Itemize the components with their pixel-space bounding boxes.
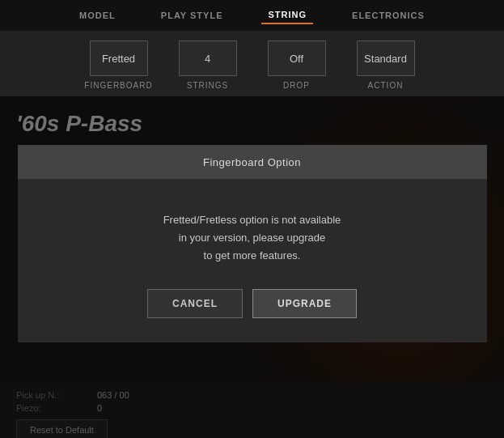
dialog-title: Fingerboard Option <box>203 156 301 168</box>
dialog-header: Fingerboard Option <box>18 145 487 179</box>
dialog-message-line1: Fretted/Fretless option is not available <box>163 214 341 226</box>
action-box[interactable]: Standard <box>357 40 415 76</box>
drop-label: DROP <box>283 81 310 90</box>
fingerboard-box[interactable]: Fretted <box>90 40 148 76</box>
top-nav: MODEL PLAY STYLE STRING ELECTRONICS <box>0 0 504 31</box>
nav-string[interactable]: STRING <box>261 6 313 24</box>
main-content: '60s P-Bass Pick up N.: 063 / 00 Piezo: … <box>0 96 504 438</box>
drop-control: Off DROP <box>252 40 341 90</box>
nav-electronics[interactable]: ELECTRONICS <box>345 7 431 23</box>
action-label: ACTION <box>368 81 404 90</box>
upgrade-button[interactable]: UPGRADE <box>252 289 357 318</box>
dialog-message-line2: in your version, please upgrade <box>179 232 325 244</box>
nav-play-style[interactable]: PLAY STYLE <box>155 7 230 23</box>
dialog: Fingerboard Option Fretted/Fretless opti… <box>18 145 487 342</box>
string-controls: Fretted FINGERBOARD 4 STRINGS Off DROP S… <box>0 31 504 96</box>
dialog-message: Fretted/Fretless option is not available… <box>34 211 471 265</box>
cancel-button[interactable]: CANCEL <box>147 289 243 318</box>
strings-box[interactable]: 4 <box>179 40 237 76</box>
strings-control: 4 STRINGS <box>163 40 252 90</box>
action-control: Standard ACTION <box>341 40 430 90</box>
drop-box[interactable]: Off <box>268 40 326 76</box>
nav-model[interactable]: MODEL <box>73 7 122 23</box>
fingerboard-control: Fretted FINGERBOARD <box>74 40 163 90</box>
fingerboard-label: FINGERBOARD <box>84 81 152 90</box>
strings-label: STRINGS <box>187 81 228 90</box>
dialog-message-line3: to get more features. <box>204 249 301 262</box>
modal-overlay: Fingerboard Option Fretted/Fretless opti… <box>0 96 504 438</box>
dialog-actions: CANCEL UPGRADE <box>18 289 487 342</box>
dialog-body: Fretted/Fretless option is not available… <box>18 179 487 289</box>
